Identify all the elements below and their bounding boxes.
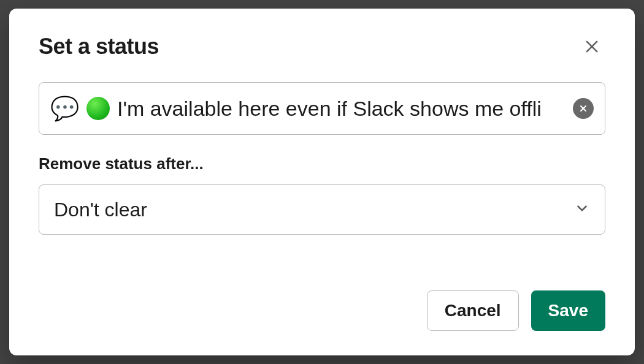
clear-status-button[interactable] bbox=[573, 98, 594, 119]
clear-after-select[interactable]: Don't clear bbox=[39, 184, 605, 235]
chevron-down-icon bbox=[574, 200, 590, 219]
remove-status-label: Remove status after... bbox=[39, 154, 605, 173]
modal-title: Set a status bbox=[39, 34, 159, 59]
save-button[interactable]: Save bbox=[531, 290, 605, 331]
modal-header: Set a status bbox=[39, 33, 605, 60]
x-icon bbox=[578, 104, 588, 113]
status-text-input[interactable] bbox=[117, 97, 565, 121]
modal-footer: Cancel Save bbox=[39, 290, 605, 331]
close-icon bbox=[583, 38, 600, 55]
close-button[interactable] bbox=[578, 33, 605, 60]
speech-bubble-emoji-picker[interactable]: 💬 bbox=[50, 97, 79, 120]
clear-after-value: Don't clear bbox=[54, 199, 147, 221]
green-circle-emoji bbox=[86, 97, 110, 120]
cancel-button[interactable]: Cancel bbox=[427, 290, 519, 331]
status-input-container[interactable]: 💬 bbox=[39, 82, 605, 135]
set-status-modal: Set a status 💬 Remove status after... Do… bbox=[9, 9, 635, 355]
